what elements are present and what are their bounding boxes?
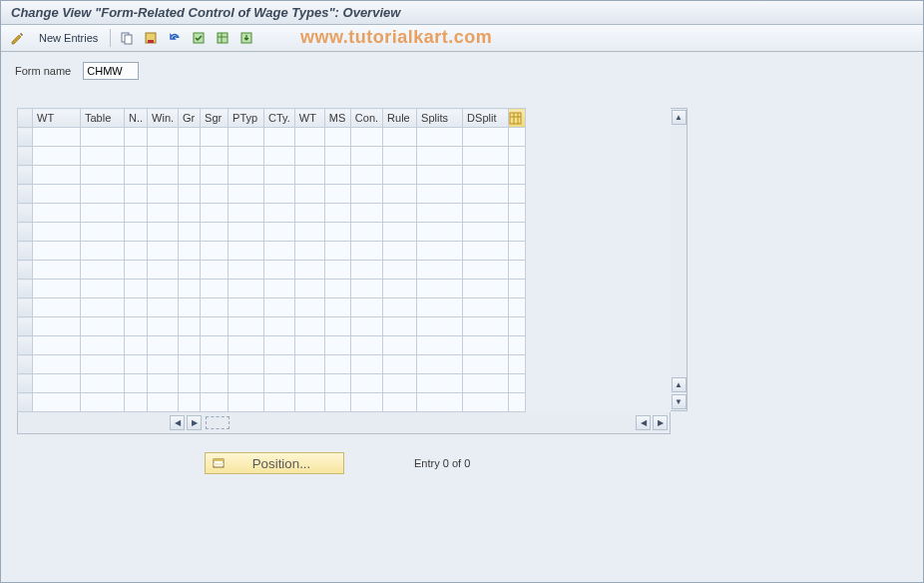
table-cell[interactable] [383,128,417,147]
table-cell[interactable] [324,355,350,374]
table-cell[interactable] [148,223,179,242]
table-cell[interactable] [148,336,179,355]
table-row[interactable] [18,185,526,204]
table-cell[interactable] [350,280,382,298]
table-cell[interactable] [324,374,350,393]
scroll-up-step-button[interactable]: ▲ [672,377,687,392]
column-header[interactable]: Sgr [201,109,229,128]
table-cell[interactable] [201,166,229,185]
table-cell[interactable] [229,336,264,355]
table-cell[interactable] [125,242,148,261]
table-cell[interactable] [324,166,350,185]
table-row[interactable] [18,128,526,147]
row-selector[interactable] [18,147,33,166]
table-row[interactable] [18,280,526,298]
table-cell[interactable] [229,204,264,223]
row-selector[interactable] [18,204,33,223]
table-cell[interactable] [324,128,350,147]
table-cell[interactable] [324,317,350,336]
table-cell[interactable] [417,280,463,298]
table-cell[interactable] [179,166,201,185]
table-cell[interactable] [383,242,417,261]
table-cell[interactable] [417,317,463,336]
table-cell[interactable] [229,166,264,185]
table-cell[interactable] [264,166,295,185]
table-cell[interactable] [81,223,125,242]
table-cell[interactable] [383,336,417,355]
scroll-right-end-button[interactable]: ▶ [653,415,668,430]
row-selector[interactable] [18,223,33,242]
table-cell[interactable] [264,355,295,374]
table-cell[interactable] [350,298,382,317]
table-cell[interactable] [125,280,148,298]
table-cell[interactable] [125,166,148,185]
table-cell[interactable] [383,317,417,336]
table-cell[interactable] [324,261,350,280]
table-cell[interactable] [417,204,463,223]
table-cell[interactable] [264,242,295,261]
deselect-all-button[interactable] [213,28,232,48]
table-cell[interactable] [179,317,201,336]
table-row[interactable] [18,393,526,412]
row-selector-header[interactable] [18,109,33,128]
table-row[interactable] [18,317,526,336]
table-cell[interactable] [201,280,229,298]
table-cell[interactable] [417,223,463,242]
new-entries-button[interactable]: New Entries [33,28,104,48]
table-cell[interactable] [81,355,125,374]
table-cell[interactable] [125,204,148,223]
table-cell[interactable] [383,147,417,166]
table-cell[interactable] [81,393,125,412]
table-cell[interactable] [229,317,264,336]
table-cell[interactable] [148,204,179,223]
table-cell[interactable] [33,185,81,204]
row-selector[interactable] [18,355,33,374]
row-selector[interactable] [18,393,33,412]
delete-button[interactable] [141,28,161,48]
table-cell[interactable] [33,242,81,261]
table-cell[interactable] [148,242,179,261]
table-cell[interactable] [201,336,229,355]
table-cell[interactable] [125,185,148,204]
table-cell[interactable] [179,223,201,242]
table-row[interactable] [18,355,526,374]
table-cell[interactable] [264,223,295,242]
row-selector[interactable] [18,185,33,204]
table-cell[interactable] [33,374,81,393]
table-cell[interactable] [463,374,509,393]
table-cell[interactable] [201,317,229,336]
table-row[interactable] [18,223,526,242]
column-header[interactable]: WT [33,109,81,128]
table-cell[interactable] [201,128,229,147]
table-cell[interactable] [33,128,81,147]
table-cell[interactable] [125,261,148,280]
table-cell[interactable] [229,355,264,374]
table-cell[interactable] [463,242,509,261]
copy-button[interactable] [117,28,137,48]
table-cell[interactable] [148,147,179,166]
table-cell[interactable] [179,128,201,147]
table-cell[interactable] [33,147,81,166]
table-row[interactable] [18,166,526,185]
table-cell[interactable] [264,280,295,298]
select-all-button[interactable] [189,28,209,48]
table-row[interactable] [18,374,526,393]
table-cell[interactable] [125,317,148,336]
table-cell[interactable] [33,393,81,412]
table-cell[interactable] [383,261,417,280]
table-cell[interactable] [229,261,264,280]
configure-columns-button[interactable] [509,109,526,128]
table-cell[interactable] [179,336,201,355]
table-cell[interactable] [264,147,295,166]
table-cell[interactable] [324,298,350,317]
table-cell[interactable] [350,185,382,204]
row-selector[interactable] [18,336,33,355]
table-cell[interactable] [324,242,350,261]
table-row[interactable] [18,204,526,223]
table-cell[interactable] [33,336,81,355]
vertical-scrollbar[interactable]: ▲ ▲ ▼ [671,108,688,411]
table-cell[interactable] [201,147,229,166]
table-cell[interactable] [264,128,295,147]
table-cell[interactable] [201,204,229,223]
table-cell[interactable] [383,393,417,412]
